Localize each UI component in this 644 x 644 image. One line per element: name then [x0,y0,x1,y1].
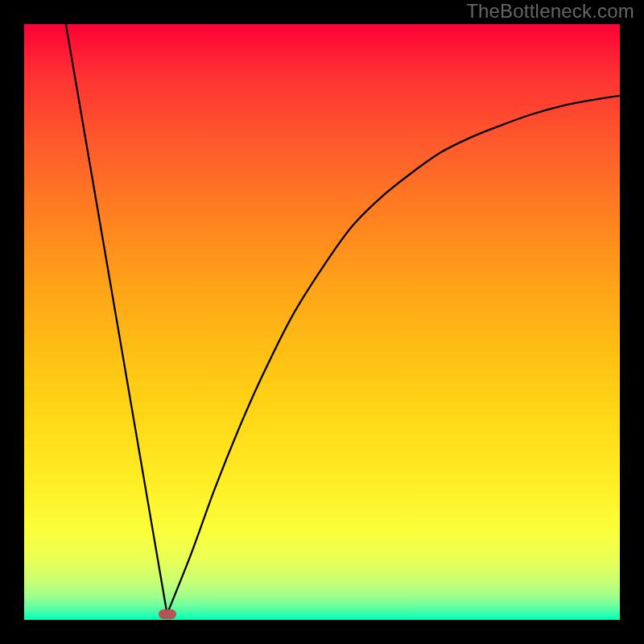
watermark-text: TheBottleneck.com [466,0,634,23]
bottleneck-curve [24,24,620,620]
plot-area [24,24,620,620]
minimum-marker [159,609,176,619]
chart-container: TheBottleneck.com [0,0,644,644]
